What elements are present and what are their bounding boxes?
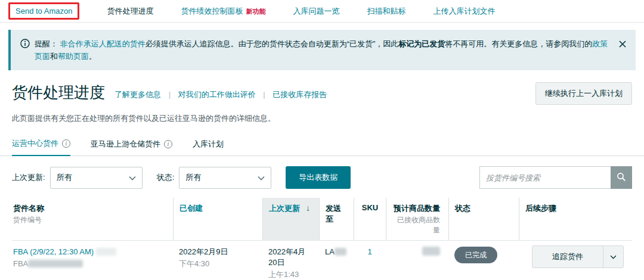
- col-header-sku: SKU: [354, 198, 386, 240]
- last-update-select[interactable]: 所有: [50, 167, 143, 189]
- help-page-link[interactable]: 帮助页面: [58, 52, 89, 61]
- ship-to-cell: LA: [319, 241, 354, 263]
- nav-send-to-amazon[interactable]: Send to Amazon: [16, 7, 72, 15]
- page-subtitle: 此页面提供有关您正在处理的所有货件以及已运往亚马逊的货件的详细信息。: [0, 105, 644, 124]
- status-filter-label: 状态:: [157, 172, 175, 183]
- title-links: 了解更多信息 | 对我们的工作做出评价 | 已接收库存报告: [114, 89, 327, 100]
- top-nav: Send to Amazon 货件处理进度 货件绩效控制面板新功能 入库问题一览…: [0, 0, 644, 23]
- search-icon: [617, 172, 626, 183]
- created-cell: 2022年2月9日 下午4:30: [173, 241, 262, 275]
- last-update-filter-label: 上次更新:: [12, 172, 45, 183]
- next-steps-cell: 追踪货件: [519, 241, 632, 273]
- status-cell: 已完成: [448, 241, 519, 269]
- col-header-shipment-name: 货件名称 货件编号: [12, 198, 173, 240]
- nav-upload-plan-file[interactable]: 上传入库计划文件: [433, 6, 495, 17]
- nav-inbound-problems[interactable]: 入库问题一览: [293, 6, 339, 17]
- col-header-last-updated: 上次更新↓: [262, 198, 319, 240]
- redacted-text: [28, 260, 83, 267]
- nav-performance-dashboard[interactable]: 货件绩效控制面板新功能: [181, 6, 265, 17]
- nav-shipment-progress[interactable]: 货件处理进度: [107, 6, 153, 17]
- col-header-status: 状态: [448, 198, 519, 240]
- search-button[interactable]: [611, 166, 632, 189]
- info-circle-icon: [20, 39, 30, 52]
- filter-row: 上次更新: 所有 状态: 所有 导出表数据: [0, 156, 644, 198]
- tab-fulfillment-center-shipments[interactable]: 运营中心货件 i: [12, 138, 70, 156]
- shipment-name-cell: FBA (2/9/22, 12:30 AM) FBA: [12, 241, 173, 275]
- feedback-link[interactable]: 对我们的工作做出评价: [178, 90, 256, 99]
- col-header-next-steps: 后续步骤: [519, 198, 632, 240]
- sku-count-link[interactable]: 1: [367, 247, 371, 256]
- export-table-button[interactable]: 导出表数据: [286, 166, 351, 189]
- tab-inbound-plans[interactable]: 入库计划: [193, 138, 224, 155]
- status-select[interactable]: 所有: [179, 167, 271, 189]
- table-header-row: 货件名称 货件编号 已创建 上次更新↓ 发送至 SKU 预计商品数量 已接收商品…: [12, 198, 632, 241]
- updated-cell: 2022年4月20日 上午1:43: [262, 241, 319, 280]
- chevron-down-icon[interactable]: [603, 246, 623, 267]
- col-header-ship-to: 发送至: [319, 198, 354, 240]
- resume-last-plan-button[interactable]: 继续执行上一入库计划: [535, 82, 632, 105]
- tab-upstream-storage-shipments[interactable]: 亚马逊上游仓储货件 i: [91, 138, 172, 155]
- col-header-qty: 预计商品数量 已接收商品数量: [386, 198, 448, 240]
- shipment-tabs: 运营中心货件 i 亚马逊上游仓储货件 i 入库计划: [0, 124, 644, 156]
- shipment-name-link[interactable]: FBA (2/9/22, 12:30 AM): [13, 247, 94, 256]
- sort-desc-icon: ↓: [306, 203, 310, 213]
- redacted-text: [335, 248, 346, 256]
- banner-text: 提醒： 非合作承运人配送的货件必须提供承运人追踪信息。由于您的货件状态会自动更新…: [35, 38, 609, 63]
- redacted-text: [96, 248, 116, 256]
- qty-cell: [386, 241, 448, 263]
- shipments-table: 货件名称 货件编号 已创建 上次更新↓ 发送至 SKU 预计商品数量 已接收商品…: [0, 198, 644, 280]
- info-banner: 提醒： 非合作承运人配送的货件必须提供承运人追踪信息。由于您的货件状态会自动更新…: [8, 30, 636, 70]
- nav-scan-label[interactable]: 扫描和贴标: [367, 6, 405, 17]
- col-header-created: 已创建: [173, 198, 262, 240]
- sku-cell: 1: [354, 241, 386, 263]
- track-shipment-button[interactable]: 追踪货件: [532, 245, 624, 268]
- learn-more-link[interactable]: 了解更多信息: [114, 90, 161, 99]
- new-feature-badge: 新功能: [246, 8, 265, 15]
- chevron-down-icon: [258, 173, 265, 182]
- status-badge: 已完成: [454, 247, 497, 263]
- close-icon[interactable]: [618, 38, 627, 52]
- table-row: FBA (2/9/22, 12:30 AM) FBA 2022年2月9日 下午4…: [12, 241, 632, 280]
- info-circle-icon[interactable]: i: [164, 140, 172, 148]
- received-inventory-report-link[interactable]: 已接收库存报告: [273, 90, 327, 99]
- page-title: 货件处理进度: [12, 82, 105, 103]
- redacted-text: [422, 247, 440, 256]
- search-input[interactable]: [479, 166, 611, 189]
- non-partnered-carrier-link[interactable]: 非合作承运人配送的货件: [60, 39, 145, 48]
- info-circle-icon[interactable]: i: [62, 139, 70, 148]
- shipment-search: [479, 166, 632, 189]
- annotation-highlight-box: Send to Amazon: [8, 2, 79, 20]
- sort-created[interactable]: 已创建: [179, 203, 256, 214]
- sort-last-updated[interactable]: 上次更新: [269, 204, 300, 213]
- chevron-down-icon: [129, 173, 136, 182]
